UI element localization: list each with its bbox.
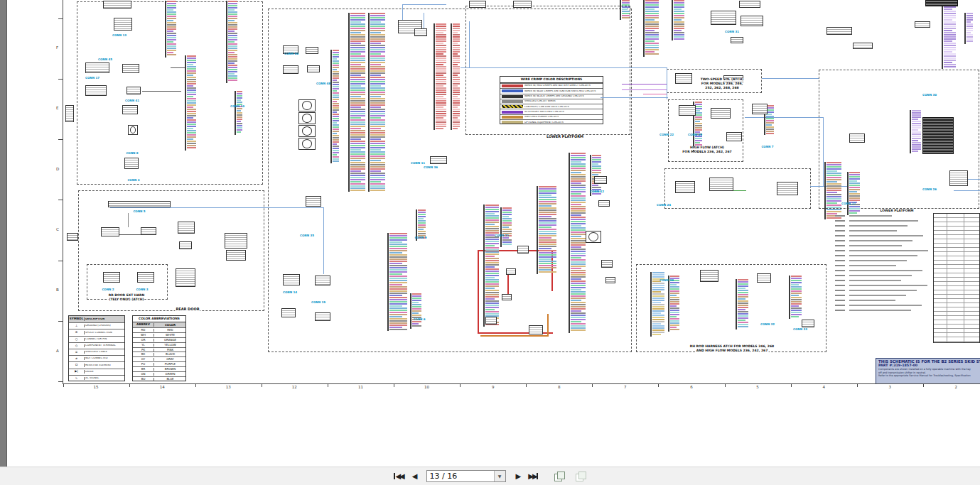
connector-block: [709, 178, 733, 191]
grid-col-label: 2: [955, 386, 958, 390]
connector-block: [283, 65, 298, 74]
note-text-line: [849, 220, 918, 222]
symbol-col-header: SYMBOL: [69, 317, 85, 320]
single-page-view-icon: [554, 472, 565, 481]
connector-label: CONN 32: [760, 323, 775, 326]
page-number-input[interactable]: [427, 471, 494, 481]
wire-line: [762, 78, 819, 79]
grid-col-label: 14: [160, 386, 165, 390]
note-text-line: [849, 300, 895, 301]
connector-block: [85, 85, 107, 96]
wire-line: [110, 207, 323, 208]
next-page-button[interactable]: ▶: [514, 472, 522, 481]
wire-bundle: [847, 172, 860, 215]
connector-block: [315, 276, 330, 285]
connector-block: [469, 1, 486, 8]
wire-line: [63, 0, 63, 383]
connector-block: [679, 105, 696, 116]
grid-tick: [328, 383, 328, 387]
grid-col-label: 12: [292, 386, 297, 390]
note-code-line: [835, 300, 845, 301]
schematic-label: AND HIGH FLOW MODELS 236, 242, 267: [696, 349, 769, 353]
schematic-page: SYMBOLDESCRIPTION⊥GROUND (CHASSIS)⊕SPLIC…: [0, 0, 980, 467]
note-text-line: [849, 240, 912, 241]
symbol-legend-row: ◇COMPONENT TERMINAL: [69, 342, 124, 349]
wire-bundle: [668, 276, 679, 332]
connector-label: CONN 14: [283, 291, 297, 294]
note-text-line: [849, 265, 896, 266]
note-text-line: [849, 255, 917, 256]
wire-data-table: [933, 213, 980, 343]
harness-region-box: [819, 70, 979, 209]
connector-label: CONN 31: [725, 31, 739, 33]
note-code-line: [835, 240, 845, 241]
connector-block: [306, 196, 321, 207]
grid-row-label: F: [56, 46, 58, 50]
connector-block: [485, 317, 497, 325]
wire-line: [402, 4, 446, 5]
wire-bundle: [483, 205, 499, 327]
previous-page-icon: ◀: [412, 473, 416, 480]
note-text-line: [849, 245, 902, 246]
color-abbr-row: GNGREEN: [133, 371, 185, 376]
connector-block: [777, 182, 798, 195]
grid-tick: [58, 321, 63, 322]
connector-block: [176, 268, 195, 287]
connector-block: [126, 87, 141, 94]
connector-block: [802, 320, 814, 327]
grid-col-label: 6: [690, 386, 693, 390]
chevron-down-icon: ▼: [498, 474, 502, 479]
wire-line: [424, 13, 424, 28]
grid-col-label: 4: [822, 386, 825, 390]
connector-label: CONN 5: [133, 210, 145, 213]
connector-label: CONN 24: [657, 204, 671, 207]
wire-line: [622, 84, 667, 85]
note-text-line: [849, 285, 927, 286]
grid-col-label: 5: [756, 386, 759, 390]
color-abbreviations-title: COLOR ABBREVIATIONS: [133, 316, 185, 322]
color-abbr-row: BUBLUE: [133, 376, 185, 381]
color-abbr-row: PUPURPLE: [133, 361, 185, 366]
symbol-legend-row: ∿AC SIGNAL: [69, 375, 124, 381]
wire-bundle: [387, 233, 407, 331]
grid-col-label: 8: [558, 386, 561, 390]
connector-label: CONN 36: [424, 166, 438, 169]
connector-label: CONN 27: [841, 202, 856, 205]
note-code-line: [835, 265, 845, 266]
grid-tick: [592, 383, 593, 387]
connector-label: CONN 4: [127, 179, 139, 182]
previous-page-button[interactable]: ◀: [410, 472, 419, 481]
note-text-line: [849, 260, 907, 261]
wire-bundle: [537, 186, 556, 274]
grid-tick: [58, 261, 63, 261]
schematic-info-box: THIS SCHEMATIC IS FOR THE B2 SERIES SKID…: [876, 358, 980, 384]
connector-block: [124, 158, 139, 169]
single-page-view-button[interactable]: [552, 470, 567, 483]
last-page-button[interactable]: ▶▶: [526, 472, 539, 481]
grid-col-label: 11: [358, 386, 363, 390]
first-page-button[interactable]: ◀◀: [392, 472, 405, 481]
wire-line: [643, 94, 667, 94]
connector-label: CONN 29: [688, 133, 702, 136]
connector-block: [179, 241, 192, 249]
wire-line: [402, 4, 403, 20]
connector-label: CONN 17: [85, 77, 99, 80]
continuous-view-button[interactable]: [574, 470, 588, 483]
wire-bundle: [789, 276, 802, 319]
connector-block: [675, 73, 692, 84]
page-dropdown-button[interactable]: ▼: [494, 471, 505, 481]
connector-block: [601, 260, 613, 268]
schematic-label: (TELY ONLY) (ATCH): [108, 298, 144, 302]
connector-block: [226, 250, 246, 261]
connector-label: CONN 3: [136, 288, 148, 291]
schematic-label: FOR MODELS 236, 242, 267: [682, 151, 732, 154]
wire-line: [667, 67, 667, 99]
note-text-line: [849, 215, 892, 217]
grid-tick: [460, 383, 461, 387]
connector-label: CONN 7: [761, 146, 773, 148]
color-abbr-row: RDRED: [133, 327, 185, 332]
connector-label: CONN 21: [495, 234, 509, 237]
connector-block: [711, 108, 731, 119]
wire-line: [171, 67, 185, 68]
connector-block: [605, 277, 615, 283]
